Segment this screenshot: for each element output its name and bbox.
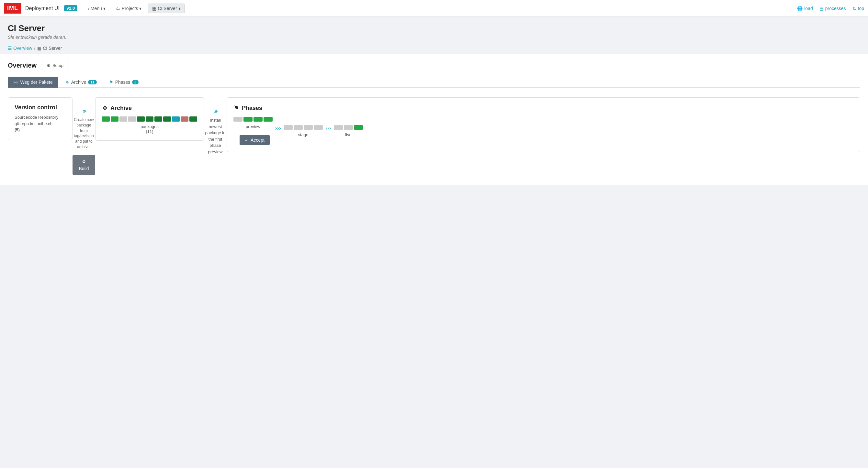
iml-logo: IML	[4, 3, 21, 13]
list-icon: ▤	[819, 6, 824, 11]
double-arrow-icon: »»	[13, 79, 19, 85]
globe-icon: 🌐	[797, 6, 803, 11]
version-control-card: Version control Sourcecode Repository gi…	[8, 97, 72, 140]
tabs: »» Weg der Pakete ❖ Archive 11 ⚑ Phases …	[8, 77, 860, 88]
phase-arrow-2: ›››	[323, 125, 334, 132]
processes-label: processes	[825, 6, 846, 11]
version-control-title: Version control	[14, 104, 66, 111]
pkg-bar-7	[154, 116, 162, 122]
dropdown-icon: ▾	[178, 6, 181, 11]
navbar: IML Deployment UI v2.0 › Menu ▾ 🗂 Projec…	[0, 0, 868, 17]
version-control-info: Sourcecode Repository git-repo.iml.unibe…	[14, 114, 66, 133]
build-label: Build	[79, 166, 89, 171]
processes-nav-item[interactable]: ▤ processes	[819, 6, 846, 11]
archive-card: ❖ Archive packages (11)	[95, 97, 204, 141]
phases-badge: 3	[132, 80, 138, 85]
preview-phase: preview ✓ Accept	[234, 117, 273, 145]
server-icon: ▦	[152, 6, 156, 11]
install-description: Install newest package in the first phas…	[204, 117, 227, 155]
triple-arrow-icon: ›››	[83, 107, 85, 114]
breadcrumb: ☰ Overview / ▦ CI Server	[0, 42, 868, 54]
pkg-bar-5	[137, 116, 145, 122]
stage-bars	[284, 125, 323, 130]
repo-label: Sourcecode Repository	[14, 115, 58, 120]
archive-badge: 11	[88, 80, 96, 85]
boxes-icon: ❖	[65, 79, 69, 85]
top-nav-item[interactable]: ⇅ top	[852, 6, 864, 11]
live-bars	[334, 125, 363, 130]
preview-bar-2	[244, 117, 252, 122]
phases-pipeline: preview ✓ Accept ››› stage	[234, 117, 854, 145]
menu-nav-item[interactable]: › Menu ▾	[84, 4, 110, 13]
projects-label: Projects	[122, 6, 138, 11]
phase-arrow-1: ›››	[273, 125, 284, 132]
pkg-bar-8	[163, 116, 171, 122]
preview-bar-3	[253, 117, 262, 122]
pkg-bar-2	[111, 116, 119, 122]
breadcrumb-overview[interactable]: ☰ Overview	[8, 45, 32, 51]
pkg-bar-1	[102, 116, 110, 122]
live-bar-1	[334, 125, 343, 130]
sort-icon: ⇅	[852, 6, 856, 11]
content-area: Overview ⚙ Setup »» Weg der Pakete ❖ Arc…	[0, 54, 868, 185]
pkg-bar-10	[181, 116, 188, 122]
create-arrow-connector: ››› Create new package from tag/revision…	[72, 97, 95, 175]
dropdown-icon: ▾	[103, 6, 105, 11]
ci-server-nav-item[interactable]: ▦ CI Server ▾	[148, 4, 185, 13]
pkg-bar-11	[189, 116, 197, 122]
flag-icon: ⚑	[234, 104, 239, 112]
pkg-bar-6	[146, 116, 153, 122]
accept-button[interactable]: ✓ Accept	[240, 135, 270, 145]
version-badge: v2.0	[64, 5, 78, 11]
load-label: load	[804, 6, 813, 11]
app-title: Deployment UI	[25, 5, 60, 11]
triple-arrow-icon-2: ›››	[214, 107, 217, 114]
list-icon: ☰	[8, 45, 12, 51]
repo-count: (5)	[14, 127, 20, 132]
tab-weg-der-pakete[interactable]: »» Weg der Pakete	[8, 77, 58, 88]
setup-button[interactable]: ⚙ Setup	[42, 61, 68, 70]
pipeline: Version control Sourcecode Repository gi…	[8, 94, 860, 178]
pkg-bar-9	[172, 116, 180, 122]
live-bar-3	[354, 125, 363, 130]
create-description: Create new package from tag/revision and…	[72, 117, 95, 150]
breadcrumb-overview-label: Overview	[13, 45, 32, 51]
stage-bar-3	[304, 125, 313, 130]
stage-label: stage	[298, 132, 309, 137]
menu-label: Menu	[91, 6, 102, 11]
dropdown-icon: ▾	[139, 6, 142, 11]
chevron-right-icon: ›	[88, 6, 89, 11]
live-label: live	[345, 132, 351, 137]
archive-title: Archive	[111, 105, 132, 111]
projects-nav-item[interactable]: 🗂 Projects ▾	[112, 4, 146, 13]
boxes-icon: ❖	[102, 104, 108, 112]
tab-archive[interactable]: ❖ Archive 11	[60, 77, 102, 88]
preview-bar-1	[234, 117, 243, 122]
page-subtitle: Sie entwickeln gerade daran.	[8, 35, 860, 40]
pkg-bar-4	[128, 116, 136, 122]
build-button[interactable]: ⚙ Build	[72, 155, 95, 175]
tab-phases-label: Phases	[115, 79, 130, 85]
phases-header: ⚑ Phases	[234, 104, 854, 112]
overview-header: Overview ⚙ Setup	[8, 61, 860, 70]
overview-title: Overview	[8, 62, 37, 69]
breadcrumb-ci-server[interactable]: ▦ CI Server	[37, 45, 62, 51]
packages-label: packages (11)	[102, 124, 197, 134]
accept-label: Accept	[251, 137, 265, 143]
breadcrumb-ci-server-label: CI Server	[43, 45, 62, 51]
tab-phases[interactable]: ⚑ Phases 3	[103, 77, 145, 88]
load-nav-item[interactable]: 🌐 load	[797, 6, 813, 11]
build-icon: ⚙	[82, 159, 86, 164]
check-icon: ✓	[245, 137, 249, 143]
preview-bars	[234, 117, 273, 122]
repo-url: git-repo.iml.unibe.ch	[14, 121, 53, 126]
phases-card: ⚑ Phases preview ✓ Accept	[227, 97, 860, 152]
preview-label: preview	[246, 124, 260, 129]
pkg-bar-3	[120, 116, 127, 122]
live-bar-2	[344, 125, 353, 130]
ci-server-nav-label: CI Server	[158, 6, 177, 11]
install-arrow-connector: ››› Install newest package in the first …	[204, 97, 227, 155]
folder-icon: 🗂	[116, 6, 120, 11]
stage-bar-2	[293, 125, 303, 130]
stage-bar-4	[314, 125, 323, 130]
